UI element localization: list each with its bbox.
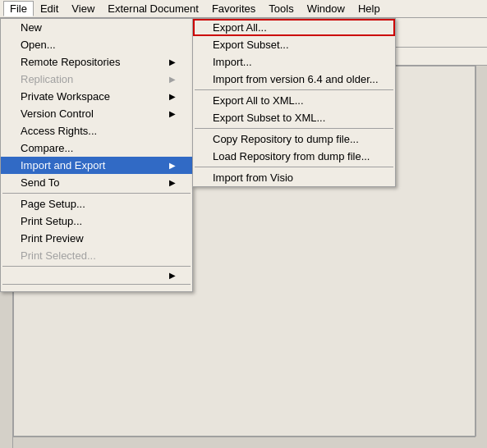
- import-export-arrow-icon: ▶: [169, 161, 176, 170]
- scrollbar-vertical[interactable]: [476, 66, 487, 437]
- remote-repos-arrow-icon: ▶: [169, 57, 176, 66]
- menu-item-compare[interactable]: Compare...: [1, 139, 192, 157]
- menu-item-print-setup[interactable]: Print Setup...: [1, 213, 192, 230]
- menu-item-import-visio[interactable]: Import from Visio: [193, 169, 395, 186]
- menu-sep-1: [2, 193, 191, 194]
- menu-item-exit[interactable]: [1, 286, 192, 291]
- submenu-sep-2: [195, 128, 393, 129]
- import-export-submenu: Export All... Export Subset... Import...…: [192, 18, 396, 187]
- menu-item-print-preview[interactable]: Print Preview: [1, 230, 192, 247]
- menu-item-remote-repos[interactable]: Remote Repositories ▶: [1, 53, 192, 71]
- private-workspace-arrow-icon: ▶: [169, 92, 176, 101]
- menu-item-import-export[interactable]: Import and Export ▶: [1, 157, 192, 174]
- menu-item-private-workspace[interactable]: Private Workspace ▶: [1, 88, 192, 105]
- send-to-arrow-icon: ▶: [169, 178, 176, 187]
- menu-item-print-selected: Print Selected...: [1, 247, 192, 264]
- properties-arrow-icon: ▶: [169, 271, 176, 280]
- menu-favorites[interactable]: Favorites: [205, 1, 262, 16]
- menu-file[interactable]: File: [3, 1, 34, 16]
- menu-item-import-old[interactable]: Import from version 6.4 and older...: [193, 71, 395, 88]
- menu-item-send-to[interactable]: Send To ▶: [1, 174, 192, 191]
- submenu-sep-3: [195, 167, 393, 167]
- menu-help[interactable]: Help: [351, 1, 387, 16]
- menu-edit[interactable]: Edit: [34, 1, 65, 16]
- menu-item-export-subset-xml[interactable]: Export Subset to XML...: [193, 109, 395, 126]
- submenu-sep-1: [195, 89, 393, 90]
- menu-item-import[interactable]: Import...: [193, 53, 395, 71]
- version-control-arrow-icon: ▶: [169, 109, 176, 118]
- menu-item-access-rights[interactable]: Access Rights...: [1, 122, 192, 139]
- replication-arrow-icon: ▶: [169, 75, 176, 84]
- menu-external-document[interactable]: External Document: [101, 1, 205, 16]
- menu-tools[interactable]: Tools: [262, 1, 300, 16]
- menu-item-export-all[interactable]: Export All...: [193, 19, 395, 36]
- menu-item-copy-repo-dump[interactable]: Copy Repository to dump file...: [193, 130, 395, 148]
- scrollbar-horizontal[interactable]: [13, 437, 476, 448]
- menu-item-page-setup[interactable]: Page Setup...: [1, 195, 192, 213]
- menu-item-export-all-xml[interactable]: Export All to XML...: [193, 92, 395, 109]
- file-menu-dropdown: New Open... Remote Repositories ▶ Replic…: [0, 18, 193, 292]
- menu-sep-2: [2, 266, 191, 267]
- menu-view[interactable]: View: [65, 1, 101, 16]
- menu-item-load-repo-dump[interactable]: Load Repository from dump file...: [193, 148, 395, 165]
- menu-item-export-subset[interactable]: Export Subset...: [193, 36, 395, 53]
- menu-item-replication: Replication ▶: [1, 71, 192, 88]
- menu-item-open[interactable]: Open...: [1, 36, 192, 53]
- menu-item-new[interactable]: New: [1, 19, 192, 36]
- menu-item-properties[interactable]: ▶: [1, 268, 192, 282]
- scrollbar-corner: [476, 437, 487, 448]
- menu-sep-3: [2, 284, 191, 285]
- menu-item-version-control[interactable]: Version Control ▶: [1, 105, 192, 122]
- menu-window[interactable]: Window: [301, 1, 351, 16]
- menu-bar: File Edit View External Document Favorit…: [0, 0, 487, 18]
